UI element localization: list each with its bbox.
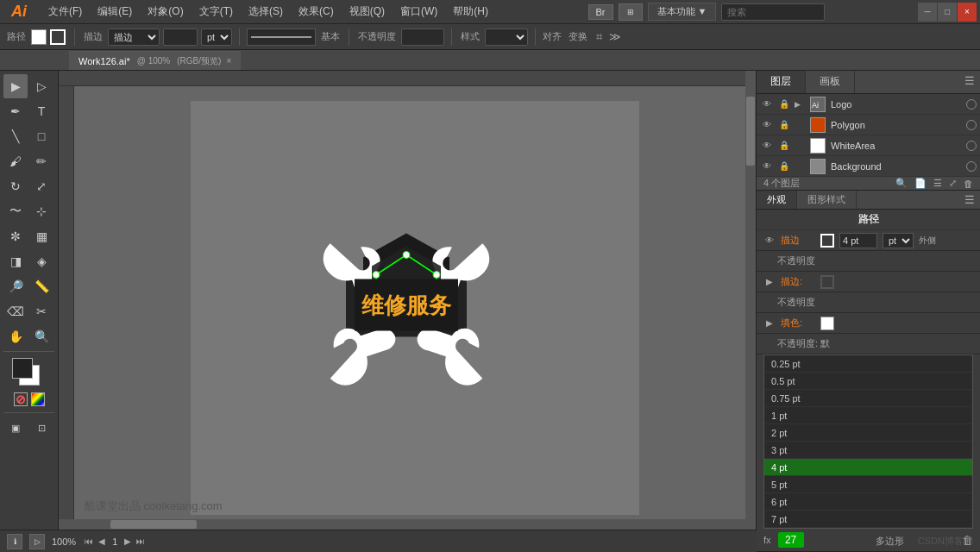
align-btn[interactable]: 对齐 xyxy=(543,30,562,43)
layers-new-btn[interactable]: 📄 xyxy=(914,178,927,189)
menu-edit[interactable]: 编辑(E) xyxy=(91,3,139,21)
selection-tool[interactable]: ▶ xyxy=(3,74,28,98)
pen-tool[interactable]: ✒ xyxy=(3,99,28,123)
zoom-tool[interactable]: 🔍 xyxy=(29,324,53,348)
graph-tool[interactable]: ▦ xyxy=(29,224,53,248)
layer-target-logo[interactable] xyxy=(966,99,977,110)
color-gradient-swatch[interactable] xyxy=(31,392,45,406)
measure-tool[interactable]: 📏 xyxy=(29,274,53,298)
fill-swatch[interactable] xyxy=(31,29,47,45)
layer-target-whitearea[interactable] xyxy=(966,141,977,151)
hand-tool[interactable]: ✋ xyxy=(3,324,28,348)
fill-color-swatch[interactable] xyxy=(820,317,834,330)
tab-layers[interactable]: 图层 xyxy=(757,71,806,93)
stroke-swatch[interactable] xyxy=(50,29,66,45)
stroke-unit-select[interactable]: pt xyxy=(201,28,232,46)
document-tab[interactable]: Work126.ai* @ 100% (RGB/预览) × xyxy=(69,51,241,70)
tab-appearance[interactable]: 外观 xyxy=(757,191,797,209)
menu-text[interactable]: 文字(T) xyxy=(192,3,240,21)
close-btn[interactable]: × xyxy=(958,3,977,22)
horizontal-scrollbar[interactable] xyxy=(59,519,745,530)
style-select[interactable] xyxy=(485,28,528,46)
eyedropper-tool[interactable]: 🔎 xyxy=(3,274,28,298)
artboard[interactable]: 维修服务 xyxy=(191,101,639,515)
layer-target-bg[interactable] xyxy=(966,161,977,172)
layers-delete-btn[interactable]: 🗑 xyxy=(964,179,973,189)
none-swatch[interactable]: ⊘ xyxy=(14,392,28,406)
warp-tool[interactable]: 〜 xyxy=(3,199,28,223)
stroke-type-select[interactable]: 描边 xyxy=(108,28,160,46)
layer-vis-polygon[interactable]: 👁 xyxy=(760,118,774,132)
layer-vis-bg[interactable]: 👁 xyxy=(760,160,774,173)
menu-effect[interactable]: 效果(C) xyxy=(292,3,341,21)
stroke-width-input[interactable] xyxy=(839,233,877,248)
stroke-opt-6[interactable]: 6 pt xyxy=(764,493,972,511)
stroke2-arrow[interactable]: ▶ xyxy=(763,276,776,288)
layers-menu-btn[interactable]: ☰ xyxy=(959,71,980,93)
scissors-tool[interactable]: ✂ xyxy=(29,299,53,323)
layer-expand-whitearea[interactable]: ▶ xyxy=(795,141,805,150)
layers-panel-btn[interactable]: ☰ xyxy=(933,178,942,189)
layer-row-background[interactable]: 👁 🔒 ▶ Background xyxy=(757,156,980,177)
brush-tool[interactable]: 🖌 xyxy=(3,149,28,173)
more-btn[interactable]: ≫ xyxy=(609,30,621,43)
status-info-btn[interactable]: ℹ xyxy=(7,534,22,549)
warp-btn[interactable]: ⌗ xyxy=(596,30,602,44)
workspace-select[interactable]: 基本功能 ▼ xyxy=(648,3,717,21)
blend-tool[interactable]: ◈ xyxy=(29,249,53,273)
page-first-btn[interactable]: ⏮ xyxy=(83,536,95,546)
layer-expand-bg[interactable]: ▶ xyxy=(795,162,805,171)
layer-target-polygon[interactable] xyxy=(966,120,977,130)
layer-row-polygon[interactable]: 👁 🔒 ▶ Polygon xyxy=(757,115,980,135)
layer-lock-whitearea[interactable]: 🔒 xyxy=(777,139,791,153)
layer-row-logo[interactable]: 👁 🔒 ▶ Ai Logo xyxy=(757,94,980,115)
layer-expand-logo[interactable]: ▶ xyxy=(795,100,805,109)
layers-move-btn[interactable]: ⤢ xyxy=(949,178,957,189)
layer-vis-whitearea[interactable]: 👁 xyxy=(760,139,774,153)
stroke-opt-5[interactable]: 5 pt xyxy=(764,476,972,493)
tab-close-btn[interactable]: × xyxy=(226,56,231,66)
layer-row-whitearea[interactable]: 👁 🔒 ▶ WhiteArea xyxy=(757,135,980,156)
menu-object[interactable]: 对象(O) xyxy=(141,3,190,21)
foreground-color-swatch[interactable] xyxy=(12,358,33,379)
stroke-opt-1[interactable]: 1 pt xyxy=(764,407,972,424)
line-tool[interactable]: ╲ xyxy=(3,124,28,148)
stroke-opt-2[interactable]: 2 pt xyxy=(764,424,972,442)
symbol-tool[interactable]: ✼ xyxy=(3,224,28,248)
layer-expand-polygon[interactable]: ▶ xyxy=(795,121,805,129)
stroke-opt-025[interactable]: 0.25 pt xyxy=(764,355,972,373)
stroke-opt-075[interactable]: 0.75 pt xyxy=(764,390,972,407)
shape-tool[interactable]: □ xyxy=(29,124,53,148)
minimize-btn[interactable]: ─ xyxy=(918,3,937,22)
menu-select[interactable]: 选择(S) xyxy=(242,3,290,21)
stroke-opt-3[interactable]: 3 pt xyxy=(764,442,972,459)
page-last-btn[interactable]: ⏭ xyxy=(135,536,147,546)
stroke-value-input[interactable]: 4 pt xyxy=(163,28,198,46)
arrange-btn[interactable]: ⊞ xyxy=(619,3,643,21)
scale-tool[interactable]: ⤢ xyxy=(29,174,53,198)
type-tool[interactable]: T xyxy=(29,99,53,123)
status-next-btn[interactable]: ▷ xyxy=(29,534,45,549)
screen-mode-btn[interactable]: ▣ xyxy=(3,416,28,440)
layers-search-btn[interactable]: 🔍 xyxy=(895,178,908,189)
layer-lock-bg[interactable]: 🔒 xyxy=(777,160,791,173)
stroke-opt-7[interactable]: 7 pt xyxy=(764,511,972,528)
page-prev-btn[interactable]: ◀ xyxy=(97,536,107,546)
layer-lock-polygon[interactable]: 🔒 xyxy=(777,118,791,132)
fill-arrow[interactable]: ▶ xyxy=(763,317,776,329)
stroke2-color[interactable] xyxy=(820,275,834,289)
bridge-btn[interactable]: Br xyxy=(588,4,613,20)
menu-view[interactable]: 视图(Q) xyxy=(342,3,392,21)
stroke-unit-select[interactable]: pt xyxy=(883,233,914,248)
direct-selection-tool[interactable]: ▷ xyxy=(29,74,53,98)
transform-btn[interactable]: 变换 xyxy=(569,30,587,43)
appearance-menu-btn[interactable]: ☰ xyxy=(959,191,980,209)
layer-lock-logo[interactable]: 🔒 xyxy=(777,97,791,111)
rotate-tool[interactable]: ↻ xyxy=(3,174,28,198)
free-transform-tool[interactable]: ⊹ xyxy=(29,199,53,223)
layer-vis-logo[interactable]: 👁 xyxy=(760,97,774,111)
line-style-preview[interactable] xyxy=(247,28,316,46)
page-next-btn[interactable]: ▶ xyxy=(122,536,133,546)
menu-window[interactable]: 窗口(W) xyxy=(393,3,444,21)
menu-help[interactable]: 帮助(H) xyxy=(446,3,495,21)
